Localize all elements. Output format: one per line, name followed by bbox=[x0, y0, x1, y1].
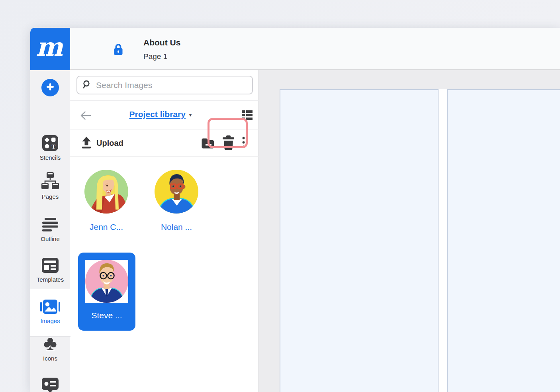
app-window: m About Us Page 1 bbox=[30, 28, 560, 392]
move-to-folder-icon[interactable] bbox=[201, 137, 214, 150]
plus-icon bbox=[46, 82, 55, 93]
avatar-steve-frame bbox=[85, 260, 128, 303]
templates-icon bbox=[30, 255, 70, 273]
avatar-nolan bbox=[155, 170, 198, 214]
outline-icon bbox=[30, 214, 70, 233]
list-view-icon[interactable] bbox=[242, 110, 253, 122]
sidebar-item-images[interactable]: Images bbox=[30, 289, 70, 337]
back-arrow-icon[interactable] bbox=[80, 111, 91, 122]
search-icon bbox=[82, 80, 92, 91]
lock-icon[interactable] bbox=[114, 43, 123, 57]
library-row: Project library ▾ bbox=[70, 101, 259, 129]
image-item-jenn[interactable]: Jenn C... bbox=[80, 170, 132, 232]
images-panel: Project library ▾ bbox=[70, 70, 259, 392]
delete-trash-icon[interactable] bbox=[222, 135, 235, 152]
canvas-page-2[interactable] bbox=[447, 89, 560, 392]
image-item-steve-selected[interactable]: Steve ... bbox=[78, 253, 135, 331]
sidebar-item-label: Pages bbox=[30, 193, 70, 200]
sidebar-item-label: Icons bbox=[30, 355, 70, 362]
upload-button[interactable]: Upload bbox=[81, 136, 123, 150]
sidebar-item-stencils[interactable]: T Stencils bbox=[30, 133, 70, 161]
avatar-steve bbox=[85, 260, 128, 303]
screen: m About Us Page 1 bbox=[0, 0, 560, 392]
search-box bbox=[76, 76, 253, 94]
caret-down-icon: ▾ bbox=[189, 111, 192, 118]
logo-letter: m bbox=[36, 34, 65, 64]
canvas bbox=[258, 70, 560, 392]
sidebar-item-label: Images bbox=[30, 318, 70, 324]
svg-text:T: T bbox=[52, 144, 56, 150]
avatar-jenn bbox=[84, 170, 128, 214]
library-selector[interactable]: Project library bbox=[129, 110, 186, 119]
sidebar-item-label: Outline bbox=[30, 235, 70, 242]
image-name: Jenn C... bbox=[80, 222, 132, 232]
document-title: About Us bbox=[143, 38, 180, 47]
upload-label: Upload bbox=[96, 139, 123, 148]
sidebar-item-templates[interactable]: Templates bbox=[30, 255, 70, 283]
page-gap bbox=[439, 89, 447, 392]
sidebar-item-comments[interactable]: Comments bbox=[30, 375, 70, 392]
stencils-icon: T bbox=[30, 133, 70, 151]
images-icon bbox=[30, 296, 70, 315]
canvas-page-1[interactable] bbox=[280, 89, 439, 392]
sidebar-item-icons[interactable]: ♣ Icons bbox=[30, 334, 70, 362]
sidebar-item-label: Templates bbox=[30, 276, 70, 283]
upload-toolbar: Upload bbox=[70, 129, 259, 156]
kebab-menu-icon[interactable] bbox=[241, 135, 247, 152]
sidebar-item-label: Stencils bbox=[30, 154, 70, 161]
image-name: Steve ... bbox=[78, 311, 135, 320]
image-item-nolan[interactable]: Nolan ... bbox=[151, 170, 202, 232]
moqups-logo[interactable]: m bbox=[30, 28, 70, 70]
sidebar-item-images-inner: Images bbox=[30, 296, 70, 324]
header: About Us Page 1 bbox=[70, 28, 560, 70]
comments-icon bbox=[30, 375, 70, 392]
sidebar-item-pages[interactable]: Pages bbox=[30, 172, 70, 200]
pages-icon bbox=[30, 172, 70, 190]
page-name: Page 1 bbox=[143, 52, 167, 61]
image-name: Nolan ... bbox=[151, 222, 202, 232]
sidebar: T Stencils Pages bbox=[30, 70, 70, 392]
upload-icon bbox=[81, 136, 92, 150]
sidebar-item-outline[interactable]: Outline bbox=[30, 214, 70, 242]
add-button[interactable] bbox=[41, 79, 59, 96]
image-grid: Jenn C... bbox=[70, 157, 259, 392]
search-input[interactable] bbox=[96, 80, 252, 90]
